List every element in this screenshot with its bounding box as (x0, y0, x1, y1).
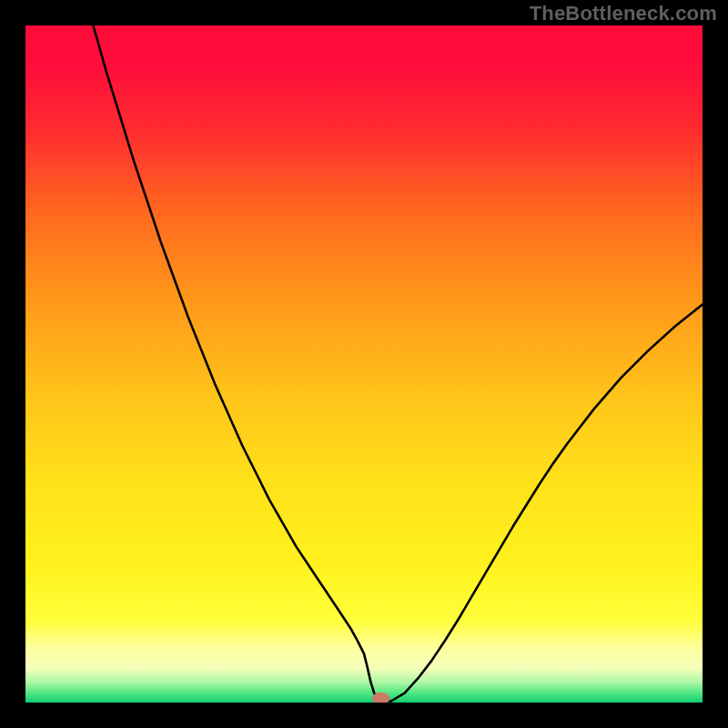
chart-svg (25, 25, 703, 703)
chart-background-gradient (25, 25, 703, 703)
plot-area (25, 25, 703, 703)
watermark-text: TheBottleneck.com (530, 2, 717, 25)
chart-container: TheBottleneck.com (0, 0, 728, 728)
